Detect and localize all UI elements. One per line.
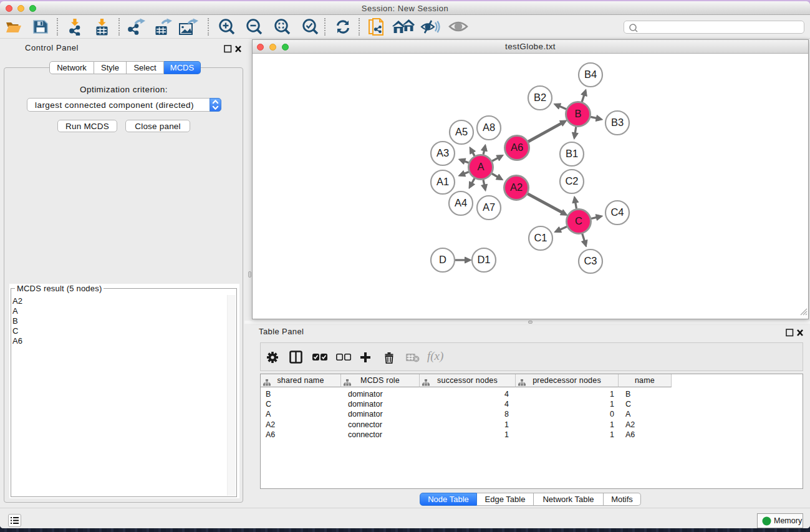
- svg-text:A4: A4: [455, 197, 467, 208]
- svg-text:C3: C3: [584, 255, 597, 266]
- svg-text:C: C: [575, 215, 582, 226]
- svg-text:A2: A2: [510, 181, 523, 193]
- svg-text:A8: A8: [483, 122, 495, 133]
- svg-text:C2: C2: [565, 175, 578, 186]
- svg-text:A6: A6: [511, 142, 523, 153]
- svg-text:A: A: [477, 161, 484, 172]
- svg-text:A7: A7: [483, 201, 495, 213]
- svg-text:A1: A1: [436, 176, 449, 187]
- svg-text:B4: B4: [584, 69, 597, 80]
- svg-text:D1: D1: [477, 254, 490, 265]
- svg-text:A3: A3: [436, 147, 449, 158]
- svg-text:B2: B2: [534, 92, 546, 103]
- svg-text:C1: C1: [534, 232, 547, 243]
- svg-text:B3: B3: [611, 117, 624, 128]
- svg-text:A5: A5: [455, 126, 468, 137]
- svg-text:B1: B1: [566, 148, 578, 159]
- svg-text:D: D: [439, 254, 446, 265]
- svg-text:C4: C4: [610, 206, 624, 218]
- svg-text:B: B: [574, 108, 581, 119]
